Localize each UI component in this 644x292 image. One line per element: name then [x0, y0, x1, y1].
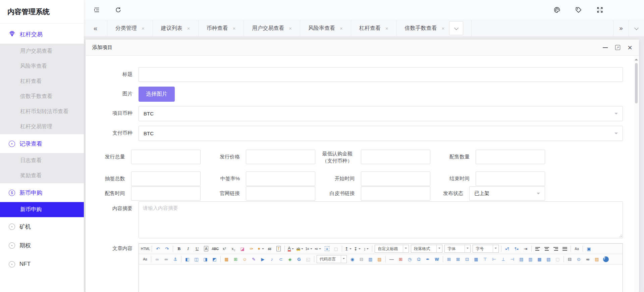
- sidebar-subitem[interactable]: 奖励查看: [0, 168, 84, 183]
- publish-status-select[interactable]: 已上架: [469, 186, 545, 201]
- split-row-button[interactable]: ▩: [535, 255, 544, 263]
- line-height-button[interactable]: ↕: [362, 245, 370, 253]
- map-button[interactable]: ◈: [286, 255, 294, 263]
- print-button[interactable]: ⊟: [566, 255, 574, 263]
- eraser-button[interactable]: ◪: [238, 245, 247, 253]
- tabs-scroll-left-button[interactable]: «: [84, 20, 107, 36]
- split-col-button[interactable]: ▧: [544, 255, 553, 263]
- tabs-scroll-right-button[interactable]: »: [613, 20, 629, 36]
- insert-row-button[interactable]: ⊤: [481, 255, 489, 263]
- attachment-button[interactable]: ⊂: [277, 255, 285, 263]
- theme-palette-icon[interactable]: [553, 6, 561, 14]
- tab-close-icon[interactable]: ×: [233, 26, 236, 31]
- page-break-button[interactable]: ⊟: [357, 255, 366, 263]
- clipboard-button[interactable]: ▤: [593, 255, 601, 263]
- sidebar-item-1[interactable]: 记录查看: [0, 134, 84, 153]
- tab-建议列表[interactable]: 建议列表×: [153, 20, 199, 36]
- sidebar-subitem[interactable]: 风险率查看: [0, 59, 84, 74]
- rtl-button[interactable]: ¶◂: [512, 245, 521, 253]
- field-input[interactable]: [361, 150, 430, 164]
- delete-col-button[interactable]: ⊣: [508, 255, 517, 263]
- italic-button[interactable]: I: [184, 245, 192, 253]
- ordered-list-button[interactable]: 1≡: [305, 245, 313, 253]
- iframe-button[interactable]: ▥: [366, 255, 375, 263]
- tab-close-icon[interactable]: ×: [385, 26, 388, 31]
- insert-table-button[interactable]: ⊞: [445, 255, 453, 263]
- minimize-button[interactable]: [603, 47, 608, 48]
- ltr-button[interactable]: ▸¶: [503, 245, 512, 253]
- sidebar-subitem[interactable]: 用户交易查看: [0, 44, 84, 59]
- align-justify-button[interactable]: [560, 245, 569, 253]
- font-size-select[interactable]: 字号: [473, 245, 499, 253]
- insert-image-button[interactable]: ▦: [222, 255, 231, 263]
- insert-code-button[interactable]: ◉: [348, 255, 357, 263]
- indent-button[interactable]: ⇥: [521, 245, 530, 253]
- new-page-button[interactable]: ▢: [332, 245, 340, 253]
- image-block-button[interactable]: ◩: [210, 255, 219, 263]
- strikethrough-button[interactable]: ABC: [211, 245, 219, 253]
- paragraph-format-select[interactable]: 段落格式: [411, 245, 442, 253]
- undo-button[interactable]: ↶: [154, 245, 162, 253]
- tab-倍数手数查看[interactable]: 倍数手数查看×: [397, 20, 472, 36]
- maximize-button[interactable]: ↗: [615, 45, 620, 50]
- auto-typeset-button[interactable]: ✦: [256, 245, 265, 253]
- merge-down-button[interactable]: ▥: [526, 255, 535, 263]
- blockquote-button[interactable]: 66: [265, 245, 274, 253]
- sidebar-subitem[interactable]: 新币申购: [0, 202, 84, 217]
- clear-doc-button[interactable]: ▢: [553, 255, 562, 263]
- field-input[interactable]: [246, 172, 315, 186]
- underline-button[interactable]: U: [193, 245, 201, 253]
- word-import-button[interactable]: ▨: [375, 255, 384, 263]
- superscript-button[interactable]: x²: [220, 245, 228, 253]
- image-left-button[interactable]: ◧: [183, 255, 192, 263]
- project-coin-select[interactable]: BTC: [139, 106, 623, 121]
- summary-textarea[interactable]: [139, 201, 623, 238]
- unlink-button[interactable]: ∞: [162, 255, 170, 263]
- tab-风险率查看[interactable]: 风险率查看×: [300, 20, 351, 36]
- google-map-button[interactable]: G: [295, 255, 303, 263]
- pay-coin-select[interactable]: BTC: [139, 126, 623, 141]
- refresh-icon[interactable]: [115, 6, 122, 14]
- sidebar-subitem[interactable]: 杠杆查看: [0, 74, 84, 89]
- field-input[interactable]: [131, 150, 201, 164]
- find-replace-button[interactable]: ∞: [584, 255, 592, 263]
- tabs-collapse-button[interactable]: [629, 20, 644, 36]
- anchor-button[interactable]: ⚓: [171, 255, 179, 263]
- inline-code-button[interactable]: a: [323, 245, 331, 253]
- image-right-button[interactable]: ◨: [201, 255, 210, 263]
- paragraph-spacing-button[interactable]: ↧: [353, 245, 361, 253]
- redo-button[interactable]: ↷: [163, 245, 171, 253]
- align-right-button[interactable]: [551, 245, 560, 253]
- emoticon-button[interactable]: ☺: [240, 255, 249, 263]
- link-button[interactable]: ∞: [153, 255, 161, 263]
- tab-close-icon[interactable]: ×: [187, 26, 190, 31]
- scroll-thumb[interactable]: [635, 63, 638, 103]
- sidebar-item-0[interactable]: 杠杆交易: [0, 25, 84, 44]
- tab-分类管理[interactable]: 分类管理×: [107, 20, 153, 36]
- unordered-list-button[interactable]: •≡: [314, 245, 322, 253]
- tab-actions-dropdown[interactable]: [449, 21, 463, 35]
- sidebar-item-3[interactable]: 矿机: [0, 217, 84, 236]
- field-input[interactable]: [476, 150, 545, 164]
- sidebar-item-4[interactable]: 期权: [0, 236, 84, 255]
- field-input[interactable]: [131, 186, 201, 201]
- change-case-button[interactable]: Aa: [573, 245, 581, 253]
- subscript-button[interactable]: x₂: [229, 245, 237, 253]
- bold-button[interactable]: B: [175, 245, 183, 253]
- tab-close-icon[interactable]: ×: [289, 26, 292, 31]
- drop-cap-button[interactable]: Aa: [141, 255, 149, 263]
- graffiti-button[interactable]: ✎: [250, 255, 258, 263]
- search-button[interactable]: ⊙: [575, 255, 583, 263]
- close-button[interactable]: ×: [628, 44, 632, 52]
- word-paste-button[interactable]: W: [433, 255, 441, 263]
- paragraph-indent-button[interactable]: ↥: [344, 245, 352, 253]
- align-center-button[interactable]: [542, 245, 551, 253]
- tab-close-icon[interactable]: ×: [340, 26, 343, 31]
- font-family-select[interactable]: 字体: [444, 245, 471, 253]
- comment-edit-button[interactable]: ✒: [424, 255, 432, 263]
- scroll-up-icon[interactable]: [635, 57, 638, 60]
- image-inline-button[interactable]: ◫: [192, 255, 201, 263]
- field-input[interactable]: [361, 186, 430, 201]
- tab-close-icon[interactable]: ×: [142, 26, 145, 31]
- music-button[interactable]: ♪: [268, 255, 276, 263]
